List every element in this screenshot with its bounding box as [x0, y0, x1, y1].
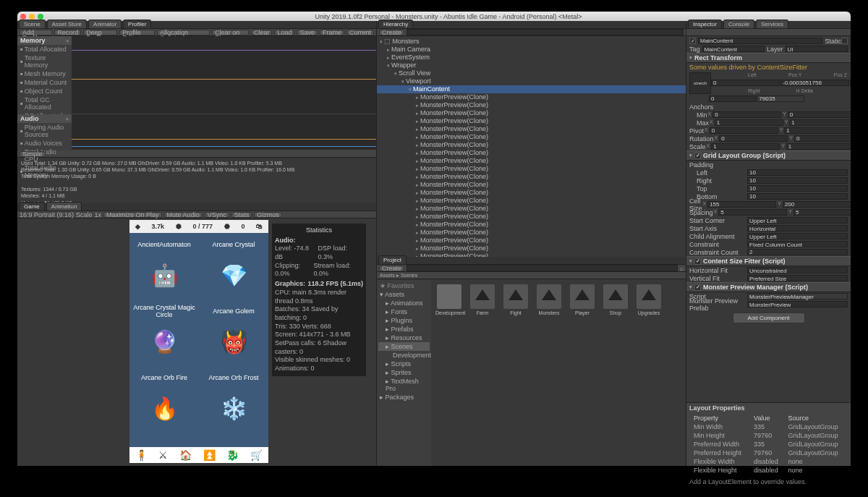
folder-item[interactable]: ▸ Plugins: [378, 316, 430, 325]
tab-project[interactable]: Project: [378, 255, 407, 264]
nav-upgrade-icon[interactable]: ⏫: [203, 449, 216, 461]
nav-player-icon[interactable]: 🧍: [135, 449, 148, 461]
nav-monster-icon[interactable]: 🐉: [226, 449, 239, 461]
profiler-metric[interactable]: Material Count: [17, 78, 72, 87]
project-asset[interactable]: Player: [569, 284, 596, 315]
profiler-metric[interactable]: Playing Audio Sources: [17, 123, 72, 139]
hierarchy-item[interactable]: MonsterPreview(Clone): [377, 245, 686, 252]
monster-preview-manager-component[interactable]: ✓Monster Preview Manager (Script): [686, 282, 851, 292]
folder-item[interactable]: ▸ Resources: [378, 334, 430, 342]
hierarchy-item[interactable]: MonsterPreview(Clone): [377, 205, 686, 213]
profiler-btn[interactable]: Current: [346, 30, 374, 35]
profiler-btn[interactable]: Record: [54, 30, 81, 35]
folder-item[interactable]: ▸ Sprites: [378, 368, 430, 377]
rot-y[interactable]: [794, 135, 851, 142]
prefab-ref[interactable]: MonsterPreview: [747, 301, 848, 307]
static-toggle[interactable]: [841, 38, 848, 44]
profiler-btn[interactable]: Save: [297, 30, 318, 35]
anchor-preset[interactable]: stretch: [689, 72, 711, 94]
hierarchy-item[interactable]: Wrapper: [377, 61, 686, 69]
hierarchy-item[interactable]: MonsterPreview(Clone): [377, 149, 686, 157]
assets-root[interactable]: ▾ Assets: [378, 290, 430, 299]
hierarchy-item[interactable]: MonsterPreview(Clone): [377, 221, 686, 229]
profiler-metric[interactable]: Object Count: [17, 87, 72, 95]
minimize-icon[interactable]: [29, 14, 35, 20]
padding-bottom[interactable]: [747, 193, 848, 200]
hierarchy-item[interactable]: MonsterPreview(Clone): [377, 213, 686, 221]
anchor-max-y[interactable]: [789, 119, 851, 126]
simple-mode[interactable]: Simple: [20, 151, 46, 157]
folder-item[interactable]: ▸ Scenes: [378, 342, 430, 351]
profiler-metric[interactable]: Total Allocated: [17, 45, 72, 54]
game-toolbar-item[interactable]: Maximize On Play: [103, 212, 162, 218]
tab-console[interactable]: Console: [723, 20, 754, 28]
profiler-btn[interactable]: Clear: [251, 30, 273, 35]
folder-item[interactable]: ▸ TextMesh Pro: [378, 377, 430, 393]
hierarchy-item[interactable]: EventSystem: [377, 54, 686, 61]
tab-animator[interactable]: Animator: [88, 20, 122, 28]
game-toolbar-item[interactable]: Scale: [76, 211, 93, 218]
hierarchy-item[interactable]: MonsterPreview(Clone): [377, 133, 686, 141]
tab-asset-store[interactable]: Asset Store: [47, 20, 87, 28]
game-view[interactable]: ◆3.7k ⬢0 / 777 ⬣0 🛍 AncientAutomaton🤖Arc…: [129, 220, 268, 463]
shop-icon[interactable]: 🛍: [256, 223, 263, 230]
constraint[interactable]: Fixed Column Count: [747, 241, 848, 247]
spacing-y[interactable]: [793, 209, 851, 216]
hierarchy-item[interactable]: MonsterPreview(Clone): [377, 109, 686, 117]
scene-root[interactable]: ⬚ Monsters: [377, 38, 686, 46]
monster-cell[interactable]: AncientAutomaton🤖: [129, 233, 199, 300]
posy-field[interactable]: [780, 80, 849, 86]
hierarchy-item[interactable]: Viewport: [377, 77, 686, 85]
game-toolbar-item[interactable]: 1x: [95, 211, 102, 218]
audio-graph[interactable]: [72, 114, 376, 150]
left-field[interactable]: [711, 80, 780, 86]
monster-cell[interactable]: Arcane Crystal Magic Circle🔮: [129, 300, 199, 366]
right-field[interactable]: [709, 95, 756, 102]
monster-cell[interactable]: Arcane Orb Fire🔥: [129, 366, 199, 433]
hierarchy-item[interactable]: MonsterPreview(Clone): [377, 237, 686, 245]
folder-item[interactable]: ▸ Fonts: [378, 307, 430, 316]
hierarchy-item[interactable]: MonsterPreview(Clone): [377, 189, 686, 197]
padding-right[interactable]: [747, 177, 848, 184]
close-icon[interactable]: ×: [66, 38, 69, 43]
profiler-btn[interactable]: Add Profiler: [20, 30, 52, 35]
anchor-min-y[interactable]: [788, 111, 851, 118]
cell-x[interactable]: [707, 201, 776, 208]
hierarchy-item[interactable]: MonsterPreview(Clone): [377, 197, 686, 205]
hierarchy-item[interactable]: Scroll View: [377, 69, 686, 77]
tab-profiler[interactable]: Profiler: [123, 20, 151, 28]
layer-dropdown[interactable]: UI: [786, 46, 848, 52]
profiler-metric[interactable]: Total GC Allocated: [17, 95, 72, 111]
filter-icon[interactable]: ⌕: [680, 265, 684, 272]
start-axis[interactable]: Horizontal: [747, 225, 848, 231]
hierarchy-item[interactable]: MonsterPreview(Clone): [377, 117, 686, 125]
spacing-x[interactable]: [718, 209, 787, 216]
close-icon[interactable]: [20, 14, 26, 20]
profiler-metric[interactable]: Texture Memory: [17, 54, 72, 69]
posz-field[interactable]: [850, 80, 851, 86]
profiler-metric[interactable]: Audio Voices: [17, 139, 72, 148]
profiler-btn[interactable]: Profile Editor: [119, 30, 155, 35]
monster-cell[interactable]: Arcane Crystal💎: [199, 233, 268, 300]
anchor-min-x[interactable]: [712, 111, 781, 118]
game-toolbar-item[interactable]: Stats: [231, 212, 252, 218]
content-size-fitter-component[interactable]: ✓Content Size Fitter (Script): [686, 256, 851, 266]
hierarchy-item[interactable]: MonsterPreview(Clone): [377, 101, 686, 109]
project-search[interactable]: [407, 265, 678, 271]
folder-item[interactable]: ▸ Animations: [378, 299, 430, 307]
nav-home-icon[interactable]: 🏠: [179, 449, 192, 461]
rot-x[interactable]: [719, 135, 788, 142]
tab-services[interactable]: Services: [756, 20, 788, 28]
packages-root[interactable]: ▸ Packages: [378, 393, 430, 402]
gameobject-name[interactable]: [698, 38, 822, 44]
rect-transform-component[interactable]: Rect Transform: [686, 53, 851, 63]
nav-fight-icon[interactable]: ⚔: [158, 449, 168, 461]
game-toolbar-item[interactable]: Mute Audio: [164, 212, 203, 218]
hierarchy-item[interactable]: MonsterPreview(Clone): [377, 157, 686, 165]
tab-animation[interactable]: Animation: [46, 202, 82, 211]
project-asset[interactable]: Farm: [469, 284, 496, 315]
profiler-btn[interactable]: Clear on Play: [212, 30, 249, 35]
grid-layout-component[interactable]: ✓Grid Layout Group (Script): [686, 150, 851, 161]
close-icon[interactable]: ×: [66, 116, 69, 122]
hierarchy-item[interactable]: MonsterPreview(Clone): [377, 125, 686, 133]
